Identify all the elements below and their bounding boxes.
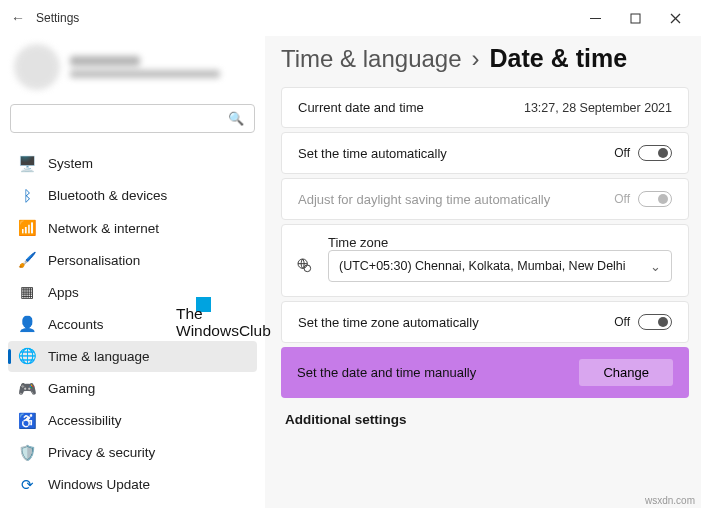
dst-toggle: [638, 191, 672, 207]
maximize-button[interactable]: [615, 4, 655, 32]
svg-rect-1: [631, 14, 640, 23]
shield-icon: 🛡️: [18, 444, 36, 462]
nav-label: Accessibility: [48, 413, 122, 428]
close-button[interactable]: [655, 4, 695, 32]
back-button[interactable]: ←: [6, 10, 30, 26]
timezone-title: Time zone: [328, 235, 672, 250]
main-panel: Time & language › Date & time Current da…: [265, 36, 701, 508]
nav-time-language[interactable]: 🌐 Time & language: [8, 341, 257, 371]
manual-datetime-card: Set the date and time manually Change: [281, 347, 689, 398]
nav-label: Accounts: [48, 317, 104, 332]
sidebar: 🔍 🖥️ System ᛒ Bluetooth & devices 📶 Netw…: [0, 36, 265, 508]
nav-privacy[interactable]: 🛡️ Privacy & security: [8, 438, 257, 468]
auto-tz-toggle[interactable]: [638, 314, 672, 330]
dst-state: Off: [614, 192, 630, 206]
chevron-down-icon: ⌄: [650, 259, 661, 274]
auto-time-card: Set the time automatically Off: [281, 132, 689, 174]
nav-apps[interactable]: ▦ Apps: [8, 277, 257, 307]
manual-datetime-label: Set the date and time manually: [297, 365, 579, 380]
system-icon: 🖥️: [18, 155, 36, 173]
nav-label: Personalisation: [48, 253, 140, 268]
account-block[interactable]: [8, 40, 257, 104]
window-title: Settings: [36, 11, 79, 25]
change-button[interactable]: Change: [579, 359, 673, 386]
current-datetime-card: Current date and time 13:27, 28 Septembe…: [281, 87, 689, 128]
titlebar: ← Settings: [0, 0, 701, 36]
current-datetime-value: 13:27, 28 September 2021: [524, 101, 672, 115]
nav-system[interactable]: 🖥️ System: [8, 149, 257, 179]
auto-time-label: Set the time automatically: [298, 146, 614, 161]
nav-label: Time & language: [48, 349, 150, 364]
nav-personalisation[interactable]: 🖌️ Personalisation: [8, 245, 257, 275]
accessibility-icon: ♿: [18, 412, 36, 430]
bluetooth-icon: ᛒ: [18, 187, 36, 205]
nav-label: Privacy & security: [48, 445, 155, 460]
auto-tz-state: Off: [614, 315, 630, 329]
globe-clock-icon: 🌐: [18, 347, 36, 365]
chevron-right-icon: ›: [472, 45, 480, 73]
nav-network[interactable]: 📶 Network & internet: [8, 213, 257, 243]
auto-tz-card: Set the time zone automatically Off: [281, 301, 689, 343]
nav-accessibility[interactable]: ♿ Accessibility: [8, 406, 257, 436]
nav-label: Gaming: [48, 381, 95, 396]
nav-label: Bluetooth & devices: [48, 188, 167, 203]
dst-card: Adjust for daylight saving time automati…: [281, 178, 689, 220]
additional-settings-heading: Additional settings: [285, 412, 689, 427]
wifi-icon: 📶: [18, 219, 36, 237]
avatar: [14, 44, 60, 90]
nav-bluetooth[interactable]: ᛒ Bluetooth & devices: [8, 181, 257, 211]
minimize-button[interactable]: [575, 4, 615, 32]
timezone-select[interactable]: (UTC+05:30) Chennai, Kolkata, Mumbai, Ne…: [328, 250, 672, 282]
breadcrumb: Time & language › Date & time: [281, 44, 689, 73]
nav-label: Apps: [48, 285, 79, 300]
search-input[interactable]: [21, 111, 228, 126]
auto-time-toggle[interactable]: [638, 145, 672, 161]
search-box[interactable]: 🔍: [10, 104, 255, 133]
person-icon: 👤: [18, 315, 36, 333]
timezone-card: Time zone (UTC+05:30) Chennai, Kolkata, …: [281, 224, 689, 297]
brush-icon: 🖌️: [18, 251, 36, 269]
dst-label: Adjust for daylight saving time automati…: [298, 192, 614, 207]
update-icon: ⟳: [18, 476, 36, 494]
nav-label: Network & internet: [48, 221, 159, 236]
timezone-value: (UTC+05:30) Chennai, Kolkata, Mumbai, Ne…: [339, 259, 626, 273]
auto-time-state: Off: [614, 146, 630, 160]
watermark-brand: The WindowsClub: [176, 305, 271, 339]
auto-tz-label: Set the time zone automatically: [298, 315, 614, 330]
current-datetime-label: Current date and time: [298, 100, 524, 115]
watermark-site: wsxdn.com: [645, 495, 695, 506]
nav-label: Windows Update: [48, 477, 150, 492]
apps-icon: ▦: [18, 283, 36, 301]
globe-icon: [296, 257, 312, 276]
breadcrumb-parent[interactable]: Time & language: [281, 45, 462, 73]
nav-gaming[interactable]: 🎮 Gaming: [8, 374, 257, 404]
nav-label: System: [48, 156, 93, 171]
gamepad-icon: 🎮: [18, 380, 36, 398]
nav-update[interactable]: ⟳ Windows Update: [8, 470, 257, 500]
svg-point-5: [304, 265, 311, 272]
breadcrumb-current: Date & time: [490, 44, 628, 73]
search-icon: 🔍: [228, 111, 244, 126]
